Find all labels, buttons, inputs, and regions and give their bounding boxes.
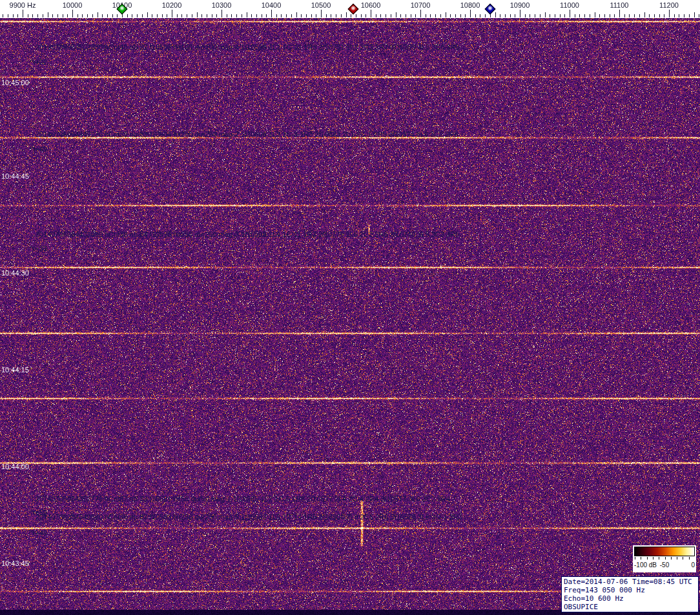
info-station: OBSUPICE	[564, 603, 696, 611]
time-label: 10:44:30	[1, 269, 29, 277]
time-label: 10:44:45	[1, 172, 29, 180]
spectrogram-canvas	[0, 0, 700, 615]
detection-time-mark: ^t+49	[30, 145, 47, 153]
colorbar-mid-label: -50	[660, 561, 669, 569]
colorbar-max-label: 0	[691, 561, 695, 569]
observation-info-box: Date=2014-07-06 Time=08:45 UTC Freq=143 …	[561, 576, 699, 612]
detection-annotation: 20140706084449276 hCnt39 nb-83 f10604 hi…	[36, 130, 458, 138]
detection-annotation: 20140706084352776 hCnt37 nb-83 f10581 hi…	[36, 495, 450, 503]
time-label: 10:45:00	[1, 79, 29, 86]
colorbar-legend: -100 dB -50 0	[633, 545, 696, 572]
detection-time-mark: ^t+49	[30, 529, 47, 537]
green-marker-diamond[interactable]	[117, 4, 128, 15]
info-date-time: Date=2014-07-06 Time=08:45 UTC	[564, 578, 696, 586]
detection-time-mark: ^t+02	[30, 58, 47, 66]
time-label: 10:44:00	[1, 463, 29, 470]
colorbar-min-label: -100 dB	[634, 561, 657, 569]
colorbar-gradient	[634, 547, 695, 556]
detection-annotation: 20140706084349580 hCnt36 nb-83 f10583 hi…	[36, 513, 462, 521]
info-frequency: Freq=143 050 000 Hz	[564, 586, 696, 594]
time-label: 10:43:45	[1, 560, 29, 567]
info-echo: Echo=10 600 Hz	[564, 594, 696, 603]
colorbar-labels: -100 dB -50 0	[634, 560, 695, 570]
detection-time-mark: ^t+33	[30, 245, 47, 252]
detection-annotation: 20140706084433880 hCnt38 nb-84 f10598 hi…	[36, 230, 459, 238]
spectrogram-app: 9900 Hz100001010010200103001040010500106…	[0, 0, 700, 615]
time-label: 10:44:15	[1, 366, 29, 374]
frequency-markers	[0, 0, 700, 18]
red-marker-diamond[interactable]	[348, 4, 359, 15]
blue-marker-diamond[interactable]	[484, 4, 495, 15]
detection-annotation: 20140706084502880 hCnt40 nb-82 f10598 hi…	[36, 43, 460, 51]
